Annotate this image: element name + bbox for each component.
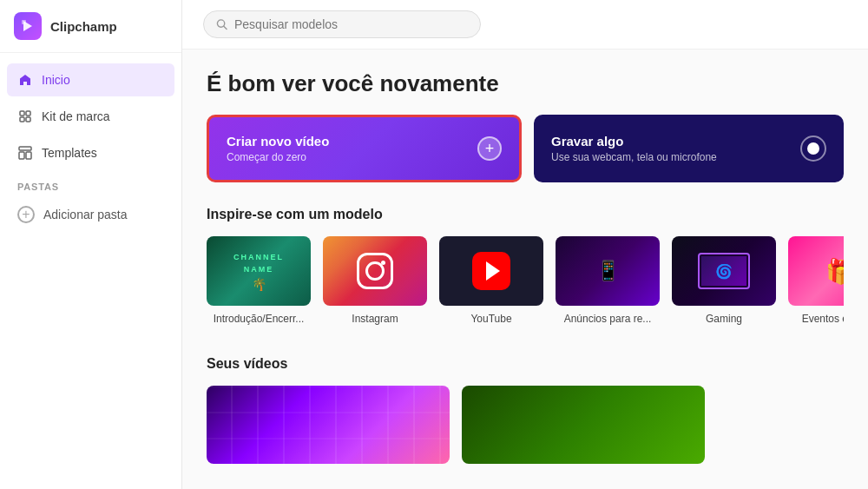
template-label-gaming: Gaming xyxy=(706,313,742,325)
svg-rect-2 xyxy=(20,111,24,116)
template-item-eventos[interactable]: 🎁 Eventos e festas xyxy=(788,236,844,325)
instagram-icon xyxy=(357,253,393,289)
logo-text: Clipchamp xyxy=(50,19,117,34)
video-lines-overlay xyxy=(207,386,450,464)
sidebar-item-kit-label: Kit de marca xyxy=(42,109,110,123)
sidebar-navigation: Inicio Kit de marca Templ xyxy=(0,53,181,489)
gaming-inner: 🌀 xyxy=(672,236,776,306)
record-dot xyxy=(807,142,819,155)
home-icon xyxy=(17,72,33,88)
sidebar: Clipchamp Inicio Kit de marca xyxy=(0,0,182,489)
youtube-play-triangle xyxy=(486,261,500,281)
templates-icon xyxy=(17,145,33,161)
template-thumb-ads: 📱 xyxy=(556,236,660,306)
svg-rect-5 xyxy=(26,117,30,122)
template-item-gaming[interactable]: 🌀 Gaming xyxy=(672,236,776,325)
add-icon: + xyxy=(17,206,35,223)
record-icon xyxy=(800,135,826,162)
youtube-play-button xyxy=(472,252,510,290)
sidebar-item-inicio[interactable]: Inicio xyxy=(7,63,174,96)
record-video-card[interactable]: Gravar algo Use sua webcam, tela ou micr… xyxy=(534,115,844,182)
eventos-inner: 🎁 xyxy=(788,236,844,306)
template-label-intro: Introdução/Encerr... xyxy=(214,313,305,325)
add-folder-label: Adicionar pasta xyxy=(43,208,128,221)
template-thumb-eventos: 🎁 xyxy=(788,236,844,306)
card-create-title: Criar novo vídeo xyxy=(227,134,329,149)
sidebar-item-kit-de-marca[interactable]: Kit de marca xyxy=(7,100,174,133)
template-label-instagram: Instagram xyxy=(352,313,398,325)
intro-palm: 🌴 xyxy=(252,277,266,291)
card-record-title: Gravar algo xyxy=(551,134,717,149)
template-item-ads[interactable]: 📱 Anúncios para re... xyxy=(556,236,660,325)
inspire-section-title: Inspire-se com um modelo xyxy=(207,207,844,222)
svg-rect-4 xyxy=(20,117,24,122)
template-thumb-intro: CHANNELNAME 🌴 xyxy=(207,236,311,306)
card-create-text: Criar novo vídeo Começar do zero xyxy=(227,134,329,163)
sidebar-item-templates[interactable]: Templates xyxy=(7,136,174,169)
template-label-youtube: YouTube xyxy=(470,313,511,325)
svg-rect-1 xyxy=(22,20,26,24)
templates-row: CHANNELNAME 🌴 Introdução/Encerr... Insta… xyxy=(207,236,844,332)
template-item-youtube[interactable]: YouTube xyxy=(439,236,543,325)
svg-rect-3 xyxy=(26,111,30,116)
template-thumb-instagram xyxy=(323,236,427,306)
svg-rect-8 xyxy=(26,152,31,159)
video-thumbnail-2[interactable] xyxy=(462,386,705,464)
monitor-shape: 🌀 xyxy=(698,253,750,289)
main-content: É bom ver você novamente Criar novo víde… xyxy=(182,0,868,489)
search-input[interactable] xyxy=(234,17,468,31)
page-title: É bom ver você novamente xyxy=(207,70,844,97)
sidebar-item-templates-label: Templates xyxy=(42,146,97,160)
video-thumbnail-1[interactable] xyxy=(207,386,450,464)
svg-rect-7 xyxy=(19,152,24,159)
card-record-text: Gravar algo Use sua webcam, tela ou micr… xyxy=(551,134,717,163)
create-new-video-card[interactable]: Criar novo vídeo Começar do zero + xyxy=(207,115,522,182)
ads-inner: 📱 xyxy=(556,236,660,306)
page-content: É bom ver você novamente Criar novo víde… xyxy=(182,50,868,485)
action-cards: Criar novo vídeo Começar do zero + Grava… xyxy=(207,115,844,182)
pastas-section-label: PASTAS xyxy=(7,173,174,197)
sidebar-item-inicio-label: Inicio xyxy=(42,73,70,87)
search-icon xyxy=(216,18,227,30)
search-bar[interactable] xyxy=(203,10,481,38)
template-item-intro[interactable]: CHANNELNAME 🌴 Introdução/Encerr... xyxy=(207,236,311,325)
brand-kit-icon xyxy=(17,109,33,124)
monitor-screen: 🌀 xyxy=(701,256,746,286)
card-record-subtitle: Use sua webcam, tela ou microfone xyxy=(551,151,717,163)
add-folder-button[interactable]: + Adicionar pasta xyxy=(7,197,174,232)
card-create-subtitle: Começar do zero xyxy=(227,151,329,163)
template-thumb-gaming: 🌀 xyxy=(672,236,776,306)
svg-rect-6 xyxy=(19,147,31,150)
logo-icon xyxy=(14,12,42,40)
template-label-eventos: Eventos e festas xyxy=(802,313,844,325)
template-item-instagram[interactable]: Instagram xyxy=(323,236,427,325)
insta-dot xyxy=(381,261,385,265)
app-logo: Clipchamp xyxy=(0,0,181,53)
intro-bg: CHANNELNAME 🌴 xyxy=(207,236,311,306)
videos-section-title: Seus vídeos xyxy=(207,356,844,372)
template-thumb-youtube xyxy=(439,236,543,306)
ads-emoji: 📱 xyxy=(596,260,620,282)
videos-row xyxy=(207,386,844,464)
template-label-ads: Anúncios para re... xyxy=(564,313,652,325)
intro-text: CHANNELNAME xyxy=(233,251,284,276)
svg-line-10 xyxy=(224,26,227,29)
card-create-plus-icon: + xyxy=(477,136,502,161)
topbar xyxy=(182,0,868,50)
